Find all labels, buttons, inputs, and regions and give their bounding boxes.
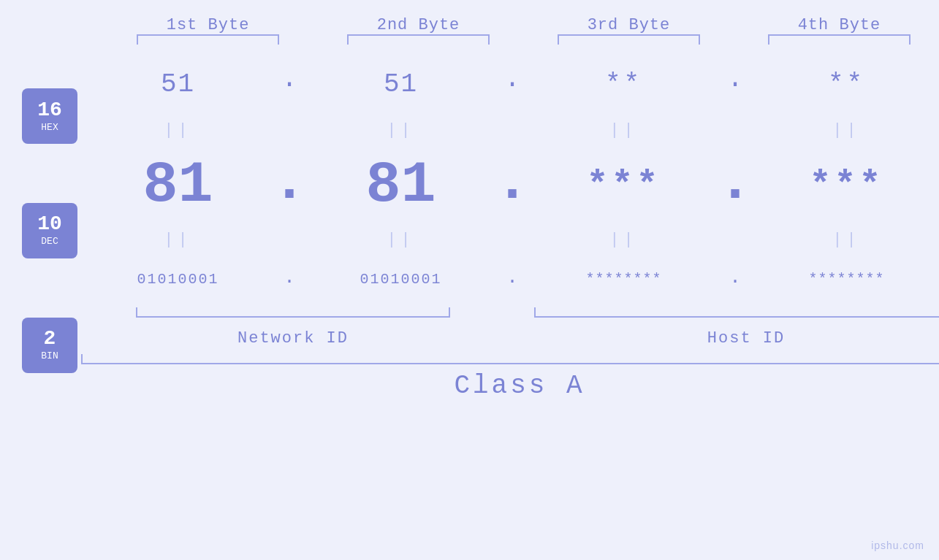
bin-byte1: 01010001: [137, 271, 218, 288]
eq2-b3: ||: [609, 231, 637, 249]
bin-dot1: .: [284, 266, 295, 288]
bin-badge: 2 BIN: [22, 318, 77, 373]
dec-badge-label: DEC: [41, 236, 58, 247]
eq2-b1: ||: [164, 231, 191, 249]
eq2-b4: ||: [832, 231, 860, 249]
bin-dot3: .: [729, 266, 741, 288]
eq1-b2: ||: [387, 121, 414, 139]
eq2-b2: ||: [387, 231, 414, 249]
host-id-label: Host ID: [707, 329, 785, 348]
byte4-header: 4th Byte: [740, 16, 939, 34]
dec-byte2: 81: [365, 152, 436, 218]
hex-byte1: 51: [161, 69, 195, 99]
bin-dot2: .: [506, 266, 518, 288]
bin-badge-label: BIN: [41, 350, 58, 361]
hex-row: 51 . 51 . ** . **: [77, 52, 939, 116]
bin-byte3: ********: [585, 271, 661, 288]
bin-byte2: 01010001: [360, 271, 441, 288]
hex-byte4: **: [828, 69, 865, 99]
network-bracket: [136, 307, 450, 318]
byte2-header: 2nd Byte: [319, 16, 518, 34]
bracket-byte2: [347, 34, 490, 45]
host-bracket: [534, 307, 939, 318]
hex-dot3: .: [727, 64, 743, 94]
hex-dot1: .: [281, 64, 297, 94]
bin-badge-number: 2: [44, 329, 56, 349]
dec-byte1: 81: [142, 152, 213, 218]
dec-row: 81 . 81 . *** . ***: [77, 144, 939, 226]
class-label: Class A: [454, 371, 585, 401]
hex-byte2: 51: [384, 69, 418, 99]
hex-dot2: .: [504, 64, 520, 94]
equals-row-1: || || || ||: [77, 116, 939, 144]
bracket-byte1: [137, 34, 279, 45]
hex-badge-number: 16: [37, 100, 62, 120]
page-container: 1st Byte 2nd Byte 3rd Byte 4th Byte 16: [0, 0, 939, 560]
equals-row-2: || || || ||: [77, 226, 939, 253]
bin-row: 01010001 . 01010001 . ******** .: [77, 253, 939, 304]
bracket-byte4: [768, 34, 911, 45]
eq1-b1: ||: [164, 121, 191, 139]
byte3-header: 3rd Byte: [529, 16, 729, 34]
dec-badge-number: 10: [37, 214, 62, 234]
bin-byte4: ********: [808, 271, 884, 288]
dec-byte3: ***: [586, 164, 661, 206]
dec-byte4: ***: [809, 164, 883, 206]
class-bracket: [81, 354, 939, 364]
hex-badge-label: HEX: [41, 122, 58, 133]
network-id-label: Network ID: [237, 329, 349, 348]
dec-badge: 10 DEC: [22, 203, 77, 258]
hex-badge: 16 HEX: [22, 88, 77, 144]
watermark: ipshu.com: [871, 540, 924, 551]
byte1-header: 1st Byte: [108, 16, 308, 34]
eq1-b4: ||: [832, 121, 860, 139]
hex-byte3: **: [605, 69, 642, 99]
bracket-byte3: [558, 34, 700, 45]
eq1-b3: ||: [609, 121, 637, 139]
